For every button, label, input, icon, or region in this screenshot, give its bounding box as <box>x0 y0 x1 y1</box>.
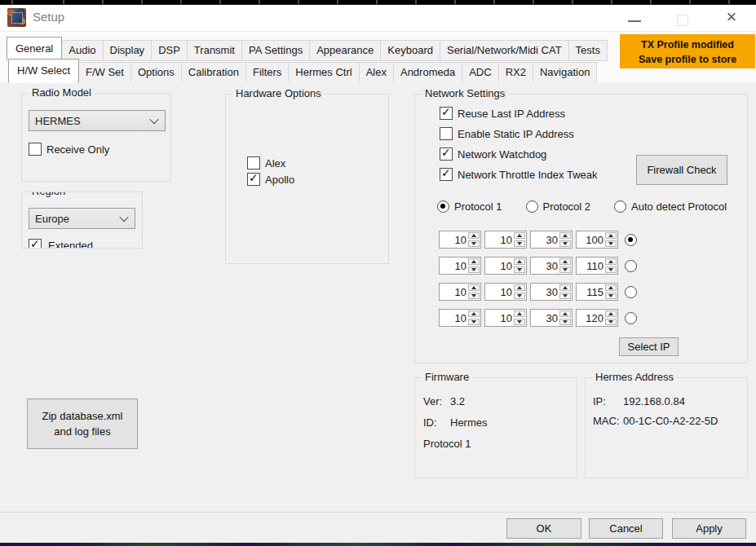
spinner-up-button[interactable] <box>559 258 571 265</box>
spinner-down-button[interactable] <box>468 293 480 299</box>
zip-database-button[interactable]: Zip database.xml and log files <box>27 398 138 449</box>
subtab-filters[interactable]: Filters <box>245 62 289 83</box>
network-throttle-index-tweak-box[interactable]: ✓ <box>440 168 453 181</box>
ip-spinner-r4c2[interactable]: 10 <box>484 309 527 327</box>
spinner-up-button[interactable] <box>559 310 571 317</box>
spinner-up-button[interactable] <box>468 258 480 265</box>
reuse-last-ip-address-box[interactable]: ✓ <box>440 107 453 120</box>
tab-tests[interactable]: Tests <box>568 40 608 61</box>
ip-spinner-r3c3[interactable]: 30 <box>530 283 573 301</box>
subtab-rx2[interactable]: RX2 <box>498 62 533 83</box>
ip-spinner-r2c1[interactable]: 10 <box>439 257 481 275</box>
spinner-down-button[interactable] <box>514 240 525 247</box>
tab-general[interactable]: General <box>7 37 62 61</box>
subtab-adc[interactable]: ADC <box>462 62 498 83</box>
cancel-button[interactable]: Cancel <box>589 518 663 539</box>
protocol-option-protocol-2[interactable]: Protocol 2 <box>526 200 591 213</box>
spinner-down-button[interactable] <box>559 293 571 299</box>
ip-spinner-r3c2[interactable]: 10 <box>484 283 527 301</box>
spinner-down-button[interactable] <box>605 266 617 273</box>
spinner-down-button[interactable] <box>514 319 525 325</box>
spinner-up-button[interactable] <box>468 232 480 239</box>
checkbox-network-watchdog[interactable]: ✓Network Watchdog <box>440 148 598 161</box>
ip-spinner-r2c2[interactable]: 10 <box>484 257 527 275</box>
tab-dsp[interactable]: DSP <box>151 40 188 61</box>
apollo-box[interactable]: ✓ <box>247 173 260 186</box>
spinner-down-button[interactable] <box>559 240 571 247</box>
ip-spinner-r4c4[interactable]: 120 <box>576 309 618 327</box>
extended-box[interactable]: ✓ <box>29 239 42 249</box>
ip-spinner-r2c4[interactable]: 110 <box>576 257 618 275</box>
tab-appearance[interactable]: Appearance <box>309 40 381 61</box>
spinner-up-button[interactable] <box>605 284 617 291</box>
spinner-up-button[interactable] <box>559 284 571 291</box>
region-select[interactable]: Europe <box>29 208 135 229</box>
subtab-h-w-select[interactable]: H/W Select <box>8 59 79 83</box>
spinner-down-button[interactable] <box>605 293 617 299</box>
spinner-down-button[interactable] <box>468 240 480 247</box>
ip-spinner-r1c2[interactable]: 10 <box>484 231 527 249</box>
subtab-options[interactable]: Options <box>130 62 182 83</box>
spinner-up-button[interactable] <box>605 232 617 239</box>
ip-spinner-r2c3[interactable]: 30 <box>530 257 573 275</box>
ip-spinner-r4c1[interactable]: 10 <box>439 309 481 327</box>
enable-static-ip-address-box[interactable] <box>440 127 453 140</box>
spinner-up-button[interactable] <box>514 310 525 317</box>
ok-button[interactable]: OK <box>506 518 581 539</box>
subtab-navigation[interactable]: Navigation <box>533 62 597 83</box>
apply-button[interactable]: Apply <box>672 518 746 539</box>
close-icon[interactable]: × <box>718 5 745 29</box>
spinner-up-button[interactable] <box>514 232 525 239</box>
protocol-1-radio[interactable] <box>437 200 449 213</box>
spinner-up-button[interactable] <box>605 310 617 317</box>
ip-row-1-select-radio[interactable] <box>625 234 637 246</box>
ip-row-2-select-radio[interactable] <box>625 260 637 272</box>
protocol-option-auto-detect-protocol[interactable]: Auto detect Protocol <box>614 200 727 213</box>
checkbox-enable-static-ip-address[interactable]: Enable Static IP Address <box>440 127 598 140</box>
spinner-down-button[interactable] <box>605 319 617 325</box>
checkbox-network-throttle-index-tweak[interactable]: ✓Network Throttle Index Tweak <box>440 168 598 181</box>
select-ip-button[interactable]: Select IP <box>619 337 679 356</box>
spinner-up-button[interactable] <box>605 258 617 265</box>
spinner-down-button[interactable] <box>559 266 571 273</box>
spinner-down-button[interactable] <box>559 319 571 325</box>
spinner-down-button[interactable] <box>605 240 617 247</box>
network-watchdog-box[interactable]: ✓ <box>440 148 453 161</box>
checkbox-reuse-last-ip-address[interactable]: ✓Reuse Last IP Address <box>440 107 598 120</box>
ip-spinner-r1c1[interactable]: 10 <box>439 231 481 249</box>
subtab-hermes-ctrl[interactable]: Hermes Ctrl <box>288 62 359 83</box>
tab-display[interactable]: Display <box>103 40 153 61</box>
radio-model-select[interactable]: HERMES <box>29 110 166 131</box>
spinner-up-button[interactable] <box>514 284 525 291</box>
ip-spinner-r4c3[interactable]: 30 <box>530 309 573 327</box>
tab-pa-settings[interactable]: PA Settings <box>241 40 310 61</box>
protocol-option-protocol-1[interactable]: Protocol 1 <box>437 200 502 213</box>
tab-keyboard[interactable]: Keyboard <box>380 40 440 61</box>
ip-spinner-r1c3[interactable]: 30 <box>530 231 573 249</box>
checkbox-apollo[interactable]: ✓Apollo <box>247 173 294 186</box>
minimize-icon[interactable] <box>622 8 647 28</box>
spinner-up-button[interactable] <box>514 258 525 265</box>
receive-only-checkbox[interactable]: Receive Only <box>29 143 109 156</box>
ip-row-4-select-radio[interactable] <box>625 312 637 324</box>
protocol-2-radio[interactable] <box>526 200 538 213</box>
spinner-down-button[interactable] <box>468 319 480 325</box>
ip-spinner-r3c4[interactable]: 115 <box>576 283 618 301</box>
firewall-check-button[interactable]: Firewall Check <box>636 155 727 185</box>
tab-serial-network-midi-cat[interactable]: Serial/Network/Midi CAT <box>440 40 569 61</box>
maximize-icon[interactable] <box>670 8 695 28</box>
spinner-down-button[interactable] <box>468 266 480 273</box>
spinner-up-button[interactable] <box>468 284 480 291</box>
checkbox-alex[interactable]: Alex <box>247 156 294 170</box>
subtab-calibration[interactable]: Calibration <box>181 62 246 83</box>
spinner-up-button[interactable] <box>559 232 571 239</box>
tab-transmit[interactable]: Transmit <box>187 40 242 61</box>
extended-checkbox[interactable]: ✓ Extended <box>29 239 95 249</box>
alex-box[interactable] <box>247 156 260 170</box>
spinner-down-button[interactable] <box>514 266 525 273</box>
ip-row-3-select-radio[interactable] <box>625 286 637 298</box>
spinner-down-button[interactable] <box>514 293 525 299</box>
spinner-up-button[interactable] <box>468 310 480 317</box>
ip-spinner-r3c1[interactable]: 10 <box>439 283 481 301</box>
subtab-andromeda[interactable]: Andromeda <box>393 62 462 83</box>
